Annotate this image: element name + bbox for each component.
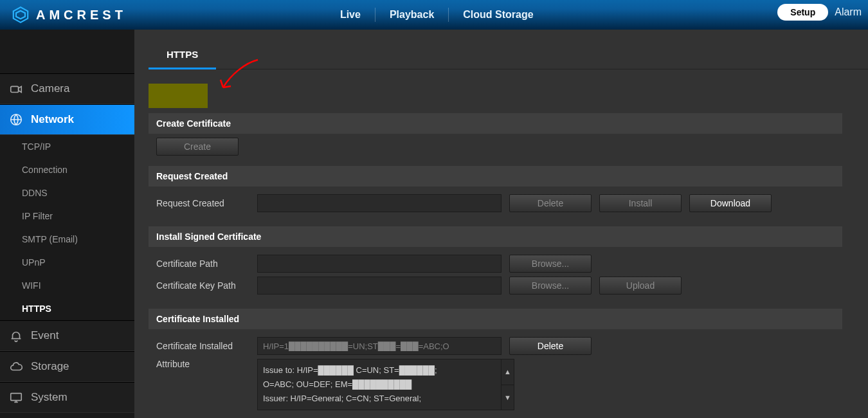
upload-button[interactable]: Upload bbox=[599, 277, 682, 295]
sidebar-sub-tcpip[interactable]: TCP/IP bbox=[0, 135, 134, 158]
sidebar-item-event[interactable]: Event bbox=[0, 320, 134, 351]
cert-installed-field[interactable] bbox=[257, 337, 502, 355]
request-install-button[interactable]: Install bbox=[599, 194, 682, 212]
sidebar-item-label: Storage bbox=[31, 360, 69, 373]
sidebar: Camera Network TCP/IP Connection DDNS IP… bbox=[0, 30, 134, 418]
monitor-icon bbox=[9, 390, 23, 404]
label-key-path: Certificate Key Path bbox=[156, 280, 249, 291]
sidebar-spacer bbox=[0, 30, 134, 73]
create-button[interactable]: Create bbox=[156, 138, 239, 156]
tab-https[interactable]: HTTPS bbox=[149, 41, 216, 69]
label-request-created: Request Created bbox=[156, 198, 249, 208]
nav-live[interactable]: Live bbox=[326, 8, 375, 22]
https-settings-panel: Create Certificate Create Request Create… bbox=[149, 69, 868, 418]
brand-logo-icon bbox=[12, 6, 30, 24]
sidebar-sub-upnp[interactable]: UPnP bbox=[0, 251, 134, 274]
tab-row: HTTPS bbox=[149, 41, 868, 69]
brand-logo: AMCREST bbox=[12, 6, 127, 24]
topbar: AMCREST Live Playback Cloud Storage Setu… bbox=[0, 0, 868, 30]
sidebar-sub-smtp[interactable]: SMTP (Email) bbox=[0, 228, 134, 251]
section-install-signed: Install Signed Certificate bbox=[149, 226, 842, 247]
svg-marker-1 bbox=[16, 11, 25, 19]
cloud-icon bbox=[9, 359, 23, 374]
cert-installed-delete-button[interactable]: Delete bbox=[509, 337, 592, 355]
attribute-scrollbar: ▲ ▼ bbox=[502, 359, 514, 410]
request-download-button[interactable]: Download bbox=[689, 194, 772, 212]
globe-icon bbox=[9, 113, 23, 127]
attribute-textbox[interactable]: Issue to: H/IP=██████ C=UN; ST=██████; O… bbox=[257, 359, 502, 410]
nav-cloud-storage[interactable]: Cloud Storage bbox=[449, 8, 547, 22]
cert-path-field[interactable] bbox=[257, 255, 502, 273]
camera-icon bbox=[9, 82, 23, 96]
cert-path-browse-button[interactable]: Browse... bbox=[509, 255, 592, 273]
key-path-browse-button[interactable]: Browse... bbox=[509, 277, 592, 295]
section-certificate-installed: Certificate Installed bbox=[149, 309, 842, 329]
section-request-created: Request Created bbox=[149, 166, 842, 186]
sidebar-item-label: System bbox=[31, 391, 68, 404]
cert-key-path-field[interactable] bbox=[257, 277, 502, 295]
svg-rect-2 bbox=[11, 86, 19, 92]
brand-text: AMCREST bbox=[36, 8, 127, 23]
label-cert-installed: Certificate Installed bbox=[156, 341, 249, 351]
sidebar-item-network[interactable]: Network bbox=[0, 104, 134, 135]
sidebar-sub-ip-filter[interactable]: IP Filter bbox=[0, 204, 134, 228]
sidebar-sub-wifi[interactable]: WIFI bbox=[0, 274, 134, 297]
nav-playback[interactable]: Playback bbox=[375, 8, 449, 22]
top-navigation: Live Playback Cloud Storage bbox=[326, 8, 548, 22]
sidebar-sub-connection[interactable]: Connection bbox=[0, 158, 134, 181]
scroll-down-icon[interactable]: ▼ bbox=[502, 385, 514, 410]
redacted-enable-toggle-area bbox=[149, 84, 208, 108]
sidebar-item-camera[interactable]: Camera bbox=[0, 73, 134, 104]
sidebar-item-label: Camera bbox=[31, 82, 69, 95]
request-delete-button[interactable]: Delete bbox=[509, 194, 592, 212]
sidebar-item-label: Event bbox=[31, 329, 59, 342]
sidebar-item-label: Network bbox=[31, 113, 74, 126]
label-cert-path: Certificate Path bbox=[156, 259, 249, 269]
label-attribute: Attribute bbox=[156, 359, 249, 369]
sidebar-sub-https[interactable]: HTTPS bbox=[0, 297, 134, 320]
setup-button[interactable]: Setup bbox=[777, 4, 828, 21]
request-created-field[interactable] bbox=[257, 194, 502, 212]
bell-icon bbox=[9, 329, 23, 343]
sidebar-sub-ddns[interactable]: DDNS bbox=[0, 181, 134, 204]
topbar-right: Setup Alarm bbox=[777, 4, 864, 21]
scroll-up-icon[interactable]: ▲ bbox=[502, 359, 514, 385]
section-create-certificate: Create Certificate bbox=[149, 113, 842, 134]
nav-alarm[interactable]: Alarm bbox=[835, 6, 864, 18]
sidebar-item-system[interactable]: System bbox=[0, 382, 134, 413]
main-content: HTTPS Create Certificate Create Request … bbox=[134, 30, 868, 418]
sidebar-item-storage[interactable]: Storage bbox=[0, 351, 134, 382]
svg-rect-4 bbox=[11, 394, 22, 401]
